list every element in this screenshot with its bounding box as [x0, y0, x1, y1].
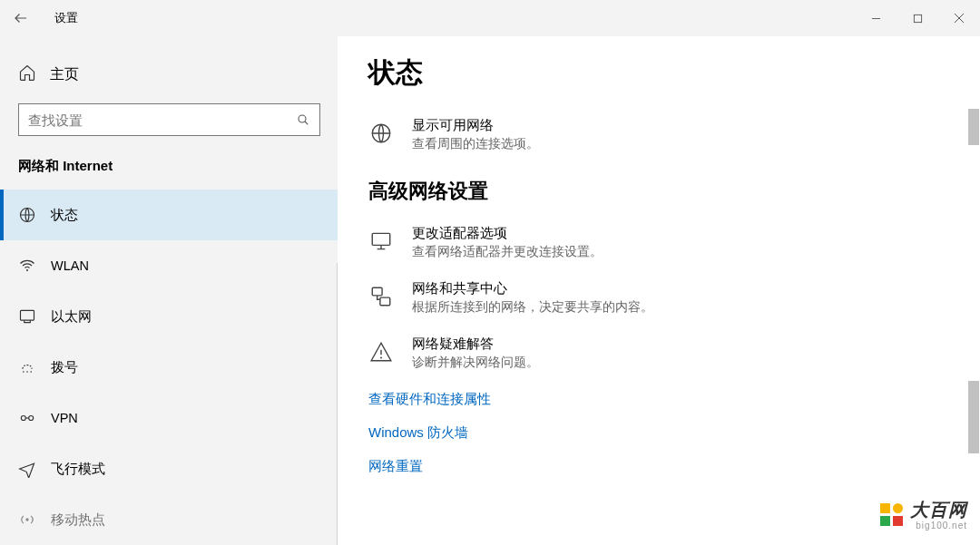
- globe-icon: [368, 121, 394, 146]
- network-sharing-center[interactable]: 网络和共享中心 根据所连接到的网络，决定要共享的内容。: [368, 280, 980, 316]
- svg-point-14: [25, 518, 28, 521]
- home-label: 主页: [50, 65, 79, 84]
- minimize-button[interactable]: [855, 0, 897, 36]
- search-icon: [287, 112, 319, 127]
- watermark-logo-icon: [880, 503, 903, 526]
- svg-line-5: [305, 122, 308, 124]
- svg-point-7: [26, 269, 28, 271]
- sidebar-item-hotspot[interactable]: 移动热点: [0, 494, 338, 545]
- close-button[interactable]: [938, 0, 980, 36]
- tile-title: 网络疑难解答: [412, 336, 539, 353]
- sidebar-item-label: 状态: [51, 207, 78, 224]
- home-link[interactable]: 主页: [0, 54, 338, 103]
- sidebar-item-label: 拨号: [51, 359, 78, 376]
- svg-point-11: [30, 371, 32, 373]
- ethernet-icon: [18, 307, 36, 326]
- tile-title: 显示可用网络: [412, 117, 539, 134]
- show-available-networks[interactable]: 显示可用网络 查看周围的连接选项。: [368, 117, 980, 152]
- maximize-button[interactable]: [897, 0, 938, 36]
- network-troubleshooter[interactable]: 网络疑难解答 诊断并解决网络问题。: [368, 336, 980, 371]
- svg-point-13: [29, 416, 34, 421]
- search-input[interactable]: [19, 112, 287, 128]
- sidebar-item-airplane[interactable]: 飞行模式: [0, 443, 338, 494]
- page-title: 状态: [368, 54, 980, 92]
- sidebar-item-vpn[interactable]: VPN: [0, 393, 338, 443]
- sharing-icon: [368, 284, 394, 309]
- svg-rect-17: [372, 287, 382, 296]
- hotspot-icon: [18, 511, 36, 529]
- tile-desc: 根据所连接到的网络，决定要共享的内容。: [412, 299, 653, 316]
- scrollbar-thumb[interactable]: [968, 109, 979, 145]
- advanced-settings-heading: 高级网络设置: [368, 178, 980, 205]
- scrollbar-thumb[interactable]: [968, 381, 979, 453]
- dialup-icon: [18, 358, 36, 376]
- sidebar-item-label: WLAN: [51, 258, 89, 273]
- back-button[interactable]: [0, 0, 42, 36]
- svg-point-12: [21, 416, 25, 421]
- svg-rect-1: [914, 15, 921, 22]
- link-hardware-properties[interactable]: 查看硬件和连接属性: [368, 391, 980, 408]
- watermark-sub: big100.net: [910, 521, 967, 530]
- tile-desc: 查看周围的连接选项。: [412, 136, 539, 152]
- svg-point-10: [26, 371, 28, 373]
- link-network-reset[interactable]: 网络重置: [368, 458, 980, 475]
- monitor-icon: [368, 229, 394, 254]
- svg-point-4: [299, 115, 306, 122]
- change-adapter-options[interactable]: 更改适配器选项 查看网络适配器并更改连接设置。: [368, 225, 980, 260]
- scrollbar[interactable]: [967, 36, 980, 545]
- svg-rect-18: [380, 297, 390, 306]
- sidebar-item-status[interactable]: 状态: [0, 190, 338, 240]
- sidebar-item-label: VPN: [51, 411, 78, 425]
- warning-icon: [368, 339, 394, 365]
- svg-point-9: [23, 371, 24, 373]
- tile-title: 更改适配器选项: [412, 225, 603, 242]
- watermark: 大百网 big100.net: [880, 498, 967, 530]
- sidebar-item-dialup[interactable]: 拨号: [0, 342, 338, 393]
- category-header: 网络和 Internet: [0, 158, 338, 190]
- sidebar-item-label: 以太网: [51, 308, 92, 326]
- watermark-brand: 大百网: [910, 498, 967, 522]
- svg-point-19: [380, 357, 382, 359]
- airplane-icon: [18, 460, 36, 478]
- sidebar-item-label: 飞行模式: [51, 461, 105, 478]
- vpn-icon: [18, 409, 36, 427]
- svg-rect-8: [21, 310, 34, 320]
- link-windows-firewall[interactable]: Windows 防火墙: [368, 424, 980, 442]
- tile-title: 网络和共享中心: [412, 280, 653, 297]
- window-title: 设置: [42, 10, 78, 26]
- wifi-icon: [18, 257, 36, 275]
- svg-rect-16: [372, 233, 390, 245]
- content-pane: 状态 显示可用网络 查看周围的连接选项。 高级网络设置 更改适配器选项 查看网络…: [338, 36, 980, 545]
- tile-desc: 诊断并解决网络问题。: [412, 355, 539, 371]
- search-input-wrapper[interactable]: [18, 103, 320, 136]
- sidebar-item-ethernet[interactable]: 以太网: [0, 291, 338, 342]
- sidebar-item-label: 移动热点: [51, 511, 105, 529]
- home-icon: [18, 63, 36, 85]
- tile-desc: 查看网络适配器并更改连接设置。: [412, 244, 603, 260]
- status-icon: [18, 206, 36, 224]
- sidebar-item-wlan[interactable]: WLAN: [0, 240, 338, 291]
- sidebar: 主页 网络和 Internet 状态: [0, 36, 338, 545]
